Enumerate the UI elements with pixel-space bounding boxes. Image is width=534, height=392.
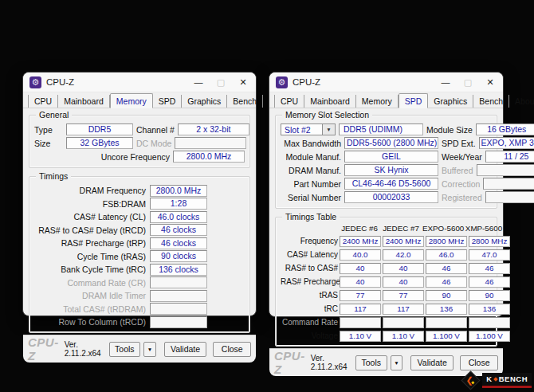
dram-manuf-field: SK Hynix <box>344 164 438 176</box>
cpuz-spd-window: ⚙ CPU-Z — ▢ ✕ CPU Mainboard Memory SPD G… <box>269 72 504 317</box>
column-header: EXPO-5600 <box>422 224 462 233</box>
timing-label: Command Rate (CR) <box>34 278 146 288</box>
timing-row: CAS# Latency (CL) 46.0 clocks <box>34 211 245 223</box>
cpuz-logo: CPU-Z <box>28 335 59 363</box>
brand-k: K <box>486 374 492 383</box>
tab-about[interactable]: About <box>509 95 534 108</box>
timing-value-field: 90 clocks <box>150 250 207 262</box>
uncore-frequency-value-field: 2800.0 MHz <box>173 151 245 163</box>
max-bandwidth-label: Max Bandwidth <box>281 139 341 148</box>
timing-value-field <box>150 290 207 302</box>
titlebar[interactable]: ⚙ CPU-Z — ▢ ✕ <box>269 73 503 92</box>
tab-bench[interactable]: Bench <box>473 95 509 108</box>
tab-mainboard[interactable]: Mainboard <box>58 95 110 108</box>
column-header: JEDEC #7 <box>381 224 421 233</box>
version-text: Ver. 2.11.2.x64 <box>311 354 352 371</box>
type-label: Type <box>34 125 63 135</box>
table-row: CAS# Latency 40.0 42.0 46.0 47.0 <box>281 249 492 261</box>
table-cell: 117 <box>383 304 424 315</box>
tools-button[interactable]: Tools <box>109 342 141 357</box>
channel-label: Channel # <box>136 125 175 135</box>
general-group: General Type DDR5 Channel # 2 x 32-bit S… <box>29 115 250 168</box>
tab-cpu[interactable]: CPU <box>28 95 58 108</box>
tools-button[interactable]: Tools <box>355 355 387 370</box>
kbench-watermark: ❮ K BENCH <box>464 373 532 388</box>
table-cell: 46 <box>469 276 510 288</box>
table-cell <box>469 317 510 328</box>
slot-row: Part Number CL46-46-46 D5-5600 Correctio… <box>281 178 492 190</box>
timing-value-field: 1:28 <box>150 198 207 210</box>
dram-manuf-label: DRAM Manuf. <box>281 166 341 175</box>
tab-spd[interactable]: SPD <box>153 95 183 108</box>
timing-row: Bank Cycle Time (tRC) 136 clocks <box>34 264 245 276</box>
close-window-button[interactable]: Close <box>213 342 251 357</box>
minimize-button[interactable]: — <box>187 74 210 91</box>
table-cell: 77 <box>340 290 381 301</box>
row-label: Voltage <box>281 331 338 340</box>
titlebar[interactable]: ⚙ CPU-Z — ▢ ✕ <box>23 73 256 92</box>
timing-label: DRAM Idle Timer <box>34 291 146 300</box>
slot-row: Serial Number 00002033 Registered <box>281 191 492 203</box>
timing-row: Row To Column (tRCD) <box>34 316 245 328</box>
cpuz-logo: CPU-Z <box>274 349 305 376</box>
table-cell <box>340 317 381 328</box>
row-label: RAS# to CAS# <box>281 264 338 272</box>
table-cell: 40 <box>340 263 381 274</box>
timing-label: RAS# Precharge (tRP) <box>34 238 146 248</box>
registered-field <box>485 191 534 203</box>
tools-dropdown-icon[interactable]: ▼ <box>143 342 155 357</box>
module-manuf-field: GEIL <box>344 151 438 163</box>
memory-slot-selection-group: Memory Slot Selection Slot #2 ▼ DDR5 (UD… <box>275 115 497 209</box>
module-manuf-label: Module Manuf. <box>281 152 341 162</box>
timing-label: CAS# Latency (CL) <box>34 212 146 221</box>
table-cell: 46 <box>469 263 510 274</box>
tab-bench[interactable]: Bench <box>227 95 263 108</box>
tab-graphics[interactable]: Graphics <box>182 95 227 108</box>
tab-spd[interactable]: SPD <box>399 93 429 108</box>
table-cell: 1.100 V <box>469 331 510 342</box>
table-cell: 2800 MHz <box>426 236 467 247</box>
table-cell: 40.0 <box>340 249 381 261</box>
table-cell <box>426 317 467 328</box>
table-cell: 46.0 <box>426 249 467 261</box>
tools-dropdown-icon[interactable]: ▼ <box>391 355 402 370</box>
tab-memory[interactable]: Memory <box>356 95 399 108</box>
table-cell: 90 <box>469 290 510 301</box>
validate-button[interactable]: Validate <box>164 342 207 357</box>
table-cell: 42.0 <box>383 249 424 261</box>
general-row: Type DDR5 Channel # 2 x 32-bit <box>34 123 245 135</box>
table-cell: 90 <box>426 290 467 301</box>
cpuz-app-icon: ⚙ <box>29 76 41 88</box>
minimize-button[interactable]: — <box>434 74 457 91</box>
timing-label: RAS# to CAS# Delay (tRCD) <box>34 225 146 235</box>
module-size-field: 16 GBytes <box>476 123 534 135</box>
timing-row: Command Rate (CR) <box>34 276 245 288</box>
slot-select[interactable]: Slot #2 ▼ <box>281 123 336 135</box>
table-cell: 77 <box>383 290 424 301</box>
tab-strip: CPU Mainboard Memory SPD Graphics Bench … <box>23 92 256 108</box>
timing-value-field: 46.0 clocks <box>150 211 207 223</box>
column-header: JEDEC #6 <box>340 224 379 233</box>
tab-memory[interactable]: Memory <box>110 93 153 108</box>
group-title: General <box>36 110 72 120</box>
tab-graphics[interactable]: Graphics <box>428 95 473 108</box>
table-cell: 40 <box>340 276 381 288</box>
close-button[interactable]: ✕ <box>479 74 501 91</box>
table-cell: 2400 MHz <box>383 236 424 247</box>
close-window-button[interactable]: Close <box>460 355 498 370</box>
validate-button[interactable]: Validate <box>410 355 454 370</box>
table-cell: 136 <box>469 304 510 315</box>
group-title: Timings <box>36 171 71 181</box>
close-button[interactable]: ✕ <box>232 74 254 91</box>
tab-mainboard[interactable]: Mainboard <box>304 95 356 108</box>
correction-label: Correction <box>442 179 480 189</box>
table-row: Frequency 2400 MHz 2400 MHz 2800 MHz 280… <box>281 236 492 247</box>
version-text: Ver. 2.11.2.x64 <box>65 340 106 358</box>
tab-strip: CPU Mainboard Memory SPD Graphics Bench … <box>269 92 503 108</box>
row-label: Command Rate <box>281 318 338 327</box>
chevron-down-icon[interactable]: ▼ <box>322 123 336 135</box>
buffered-field <box>477 164 534 176</box>
dc-mode-value-field <box>175 137 246 149</box>
row-label: RAS# Precharge <box>281 277 338 286</box>
tab-cpu[interactable]: CPU <box>274 95 304 108</box>
